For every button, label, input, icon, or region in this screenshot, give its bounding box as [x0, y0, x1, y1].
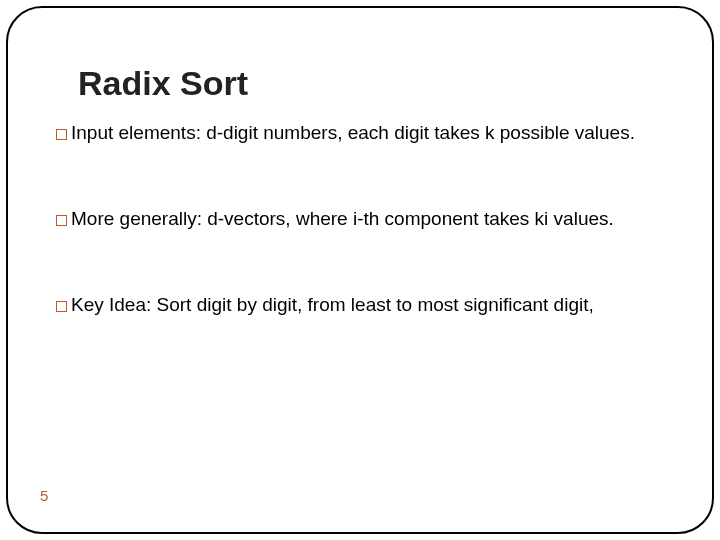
page-number: 5: [40, 487, 48, 504]
bullet-marker-icon: [56, 129, 67, 140]
bullet-text: More generally: d-vectors, where i-th co…: [71, 208, 614, 229]
bullet-item: More generally: d-vectors, where i-th co…: [56, 207, 664, 231]
bullet-text: Key Idea: Sort digit by digit, from leas…: [71, 294, 594, 315]
bullet-text: Input elements: d-digit numbers, each di…: [71, 122, 635, 143]
bullet-marker-icon: [56, 301, 67, 312]
slide-frame: Radix Sort Input elements: d-digit numbe…: [6, 6, 714, 534]
bullet-item: Key Idea: Sort digit by digit, from leas…: [56, 293, 664, 317]
slide-title: Radix Sort: [78, 64, 664, 103]
bullet-list: Input elements: d-digit numbers, each di…: [56, 121, 664, 316]
bullet-item: Input elements: d-digit numbers, each di…: [56, 121, 664, 145]
bullet-marker-icon: [56, 215, 67, 226]
